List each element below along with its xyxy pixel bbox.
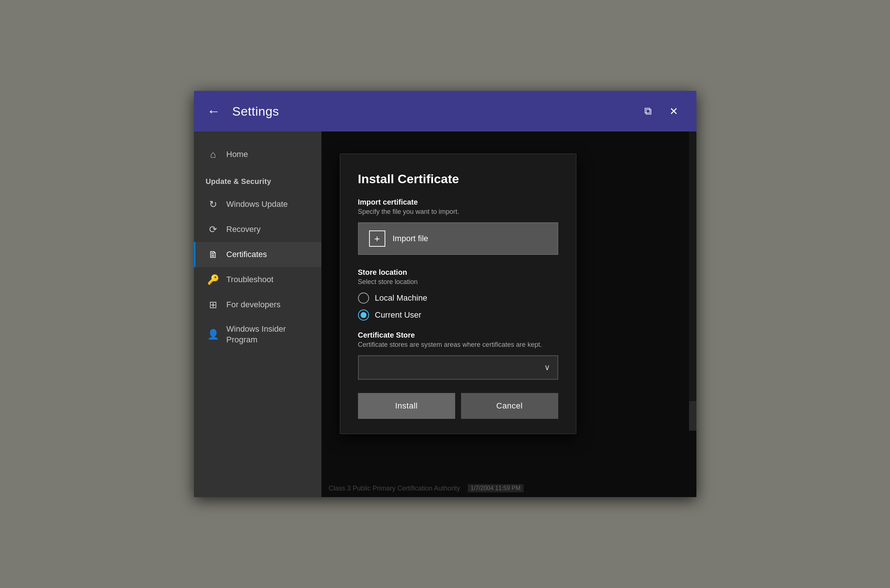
- store-location-label: Store location: [358, 268, 558, 277]
- import-file-button[interactable]: + Import file: [358, 222, 558, 255]
- cert-store-section: Certificate Store Certificate stores are…: [358, 331, 558, 380]
- import-section-desc: Specify the file you want to import.: [358, 208, 558, 216]
- back-button[interactable]: ←: [207, 104, 221, 119]
- home-label: Home: [227, 149, 248, 160]
- cancel-button[interactable]: Cancel: [461, 393, 558, 419]
- sidebar-item-windows-update[interactable]: ↻ Windows Update: [194, 192, 321, 217]
- for-developers-label: For developers: [227, 300, 281, 310]
- window-title: Settings: [233, 104, 279, 118]
- sidebar-item-for-developers[interactable]: ⊞ For developers: [194, 292, 321, 317]
- install-certificate-dialog: Install Certificate Import certificate S…: [340, 154, 576, 434]
- close-button[interactable]: ✕: [665, 102, 683, 120]
- recovery-icon: ⟳: [207, 224, 219, 235]
- home-icon: ⌂: [207, 148, 219, 160]
- dialog-backdrop: Install Certificate Import certificate S…: [321, 132, 696, 497]
- radio-inner-dot: [360, 312, 366, 318]
- dialog-title: Install Certificate: [358, 172, 558, 186]
- current-user-radio[interactable]: [358, 309, 369, 321]
- radio-local-machine[interactable]: Local Machine: [358, 292, 558, 304]
- windows-insider-label: Windows InsiderProgram: [227, 324, 286, 345]
- certificates-icon: 🗎: [207, 249, 219, 260]
- sidebar-item-certificates[interactable]: 🗎 Certificates: [194, 242, 321, 267]
- sidebar-item-recovery[interactable]: ⟳ Recovery: [194, 217, 321, 242]
- cert-store-dropdown[interactable]: ∨: [358, 355, 558, 380]
- import-file-label: Import file: [393, 234, 429, 243]
- windows-insider-icon: 👤: [207, 329, 219, 340]
- recovery-label: Recovery: [227, 224, 261, 235]
- local-machine-label: Local Machine: [375, 293, 428, 303]
- settings-window: ← Settings ⧉ ✕ ⌂ Home Update & Security …: [194, 91, 696, 497]
- windows-update-icon: ↻: [207, 198, 219, 210]
- main-area: Class 3 Public Primary Certification Aut…: [321, 132, 696, 497]
- for-developers-icon: ⊞: [207, 299, 219, 310]
- window-controls: ⧉ ✕: [639, 91, 683, 132]
- radio-group-store-location: Local Machine Current User: [358, 292, 558, 321]
- sidebar-item-windows-insider[interactable]: 👤 Windows InsiderProgram: [194, 317, 321, 352]
- local-machine-radio[interactable]: [358, 292, 369, 304]
- titlebar: ← Settings ⧉ ✕: [194, 91, 696, 132]
- troubleshoot-label: Troubleshoot: [227, 274, 274, 285]
- sidebar-item-troubleshoot[interactable]: 🔑 Troubleshoot: [194, 267, 321, 292]
- radio-current-user[interactable]: Current User: [358, 309, 558, 321]
- sidebar: ⌂ Home Update & Security ↻ Windows Updat…: [194, 132, 321, 497]
- chevron-down-icon: ∨: [544, 363, 550, 372]
- cert-store-label: Certificate Store: [358, 331, 558, 339]
- dialog-buttons: Install Cancel: [358, 393, 558, 419]
- install-button[interactable]: Install: [358, 393, 455, 419]
- store-location-desc: Select store location: [358, 278, 558, 286]
- troubleshoot-icon: 🔑: [207, 274, 219, 285]
- restore-icon: ⧉: [644, 105, 652, 117]
- restore-button[interactable]: ⧉: [639, 102, 657, 120]
- plus-icon: +: [369, 231, 385, 247]
- store-location-section: Store location Select store location Loc…: [358, 268, 558, 321]
- close-icon: ✕: [669, 105, 678, 117]
- windows-update-label: Windows Update: [227, 199, 288, 210]
- content-area: ⌂ Home Update & Security ↻ Windows Updat…: [194, 132, 696, 497]
- import-section-label: Import certificate: [358, 198, 558, 207]
- cert-store-desc: Certificate stores are system areas wher…: [358, 341, 558, 349]
- current-user-label: Current User: [375, 310, 422, 320]
- sidebar-section-label: Update & Security: [194, 167, 321, 192]
- sidebar-item-home[interactable]: ⌂ Home: [194, 142, 321, 167]
- certificates-label: Certificates: [227, 249, 267, 260]
